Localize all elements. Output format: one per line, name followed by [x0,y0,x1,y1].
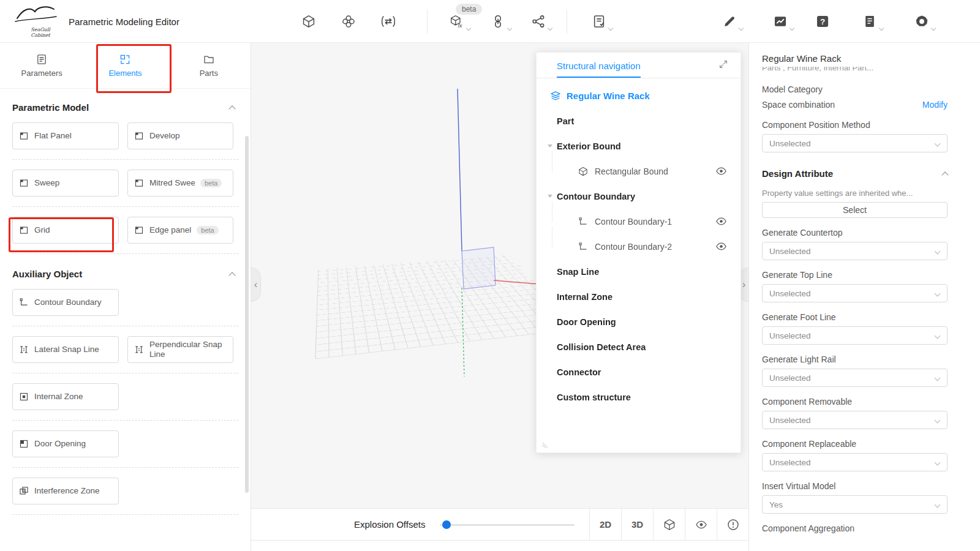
tab-elements[interactable]: Elements [83,43,167,88]
element-button-edge-panel[interactable]: Edge panel beta [127,217,233,244]
warnings-button[interactable] [717,509,748,540]
visibility-eye-icon[interactable] [715,165,727,177]
position-method-select[interactable]: Unselected [762,134,948,152]
structural-navigation-tab[interactable]: Structural navigation [557,61,641,78]
sync-button[interactable] [380,13,397,30]
generate-top-line-select[interactable]: Unselected [762,284,948,302]
element-button-perpendicular-snap-line[interactable]: Perpendicular Snap Line [127,336,233,363]
element-button-develop[interactable]: Develop [127,122,233,149]
tree-item-contour-boundary[interactable]: Contour Boundary [537,184,741,209]
tree-item-contour-boundary-2[interactable]: Contour Boundary-2 [537,234,741,259]
chevron-down-icon [739,26,744,31]
cube-icon [578,167,588,176]
folder-icon [203,54,214,65]
tree-item-door-opening[interactable]: Door Opening [537,309,741,334]
chevron-up-icon[interactable] [228,105,235,112]
viewport-3d[interactable]: ‹ › Structural navigation Regular Wine R… [251,43,748,551]
collapse-left-panel-handle[interactable]: ‹ [251,268,261,302]
modify-link[interactable]: Modify [922,100,948,110]
tab-parameters[interactable]: Parameters [0,43,83,88]
tree-item-snap-line[interactable]: Snap Line [537,259,741,284]
beta-badge: beta [197,226,218,235]
edit-button[interactable] [721,13,738,30]
tree-item-internal-zone[interactable]: Internal Zone [537,284,741,309]
left-panel-scrollbar[interactable] [245,136,249,493]
component-removable-select[interactable]: Unselected [762,411,948,429]
view-3d-button[interactable]: 3D [621,509,653,540]
model-category-value: Space combination [762,100,835,110]
chevron-down-icon [935,291,941,297]
visibility-eye-icon[interactable] [715,216,727,227]
elements-list: Parametric Model Flat Panel Develop Swee… [0,89,251,551]
properties-panel: Regular Wine Rack Parts ; Furniture; Int… [748,43,980,551]
tree-item-connector[interactable]: Connector [537,359,741,384]
element-button-lateral-snap-line[interactable]: Lateral Snap Line [12,336,119,363]
performance-button[interactable] [772,13,789,30]
tree-item-part[interactable]: Part [537,108,741,133]
visibility-button[interactable] [685,509,717,540]
section-title: Parametric Model [12,102,89,113]
element-button-grid[interactable]: Grid [12,217,119,244]
element-label: Contour Boundary [34,298,102,307]
field-component-removable: Component Removable Unselected [762,397,948,429]
component-replaceable-select[interactable]: Unselected [762,453,948,471]
caret-down-icon[interactable] [548,195,552,198]
chevron-left-icon: ‹ [254,279,258,291]
visibility-eye-icon[interactable] [715,241,727,252]
app-logo[interactable]: SeaGull Cabinet [13,2,62,40]
parametric-modeling-editor-app: SeaGull Cabinet Parametric Modeling Edit… [0,0,980,551]
element-button-flat-panel[interactable]: Flat Panel [12,122,119,149]
element-label: Lateral Snap Line [34,345,99,354]
element-row: Contour Boundary [12,279,238,326]
tree-item-contour-boundary-1[interactable]: Contour Boundary-1 [537,209,741,234]
element-button-contour-boundary[interactable]: Contour Boundary [12,289,119,316]
panel-resize-handle[interactable] [540,441,549,449]
contour-icon [578,217,588,227]
interference-icon [19,486,29,496]
help-button[interactable] [814,13,831,30]
element-button-door-opening[interactable]: Door Opening [12,430,119,457]
explosion-offsets-slider[interactable] [440,520,575,529]
generate-countertop-select[interactable]: Unselected [762,242,948,260]
tree-item-collision-detect-area[interactable]: Collision Detect Area [537,334,741,359]
tree-item-custom-structure[interactable]: Custom structure [537,384,741,410]
model-cube-button[interactable] [300,13,317,30]
tree-item-label: Contour Boundary-2 [595,242,672,252]
tree-item-label: Exterior Bound [557,141,621,151]
select-button[interactable]: Select [762,202,948,218]
expand-panel-button[interactable] [718,59,731,72]
chevron-down-icon [466,26,471,31]
link-button[interactable] [489,13,507,30]
tree-item-exterior-bound[interactable]: Exterior Bound [537,133,741,159]
caret-down-icon[interactable] [548,144,552,148]
solid-view-button[interactable] [653,509,685,540]
chevron-up-icon[interactable] [228,272,235,279]
parametric-formula-button[interactable] [448,13,466,30]
validate-document-button[interactable] [590,13,608,30]
settings-button[interactable] [913,13,930,30]
left-panel-tabs: Parameters Elements Parts [0,43,251,89]
field-generate-countertop: Generate Countertop Unselected [762,228,948,260]
generate-foot-line-select[interactable]: Unselected [762,326,948,345]
modeling-tools-button[interactable] [340,13,357,30]
zone-icon [19,392,29,402]
snap-line-icon [19,345,29,354]
element-button-interference-zone[interactable]: Interference Zone [12,478,119,504]
chevron-down-icon [935,333,941,339]
slider-handle[interactable] [442,520,451,529]
element-button-sweep[interactable]: Sweep [12,170,119,197]
document-button[interactable] [861,13,878,30]
element-button-mitred-sweep[interactable]: Mitred Swee beta [127,170,233,197]
panel-icon [19,178,29,188]
tree-item-rectangular-bound[interactable]: Rectangular Bound [537,159,741,184]
element-button-internal-zone[interactable]: Internal Zone [12,383,119,410]
share-relations-button[interactable] [530,13,547,30]
insert-virtual-model-select[interactable]: Yes [762,495,948,514]
tab-parts[interactable]: Parts [167,43,251,88]
form-icon [36,54,47,65]
tree-item-regular-wine-rack[interactable]: Regular Wine Rack [537,83,741,108]
tree-item-label: Custom structure [557,392,631,402]
generate-light-rail-select[interactable]: Unselected [762,369,948,387]
chevron-up-icon[interactable] [941,171,948,178]
view-2d-button[interactable]: 2D [589,509,621,540]
